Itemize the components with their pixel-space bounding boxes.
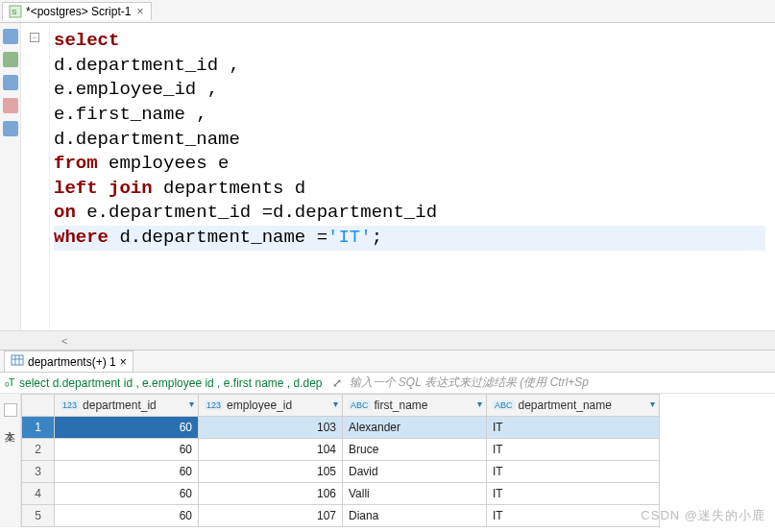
col-header-employee-id[interactable]: 123employee_id▾ [199, 395, 343, 417]
cell-employee-id[interactable]: 103 [199, 417, 343, 439]
kw-select: select [54, 30, 119, 51]
editor-tab-label: *<postgres> Script-1 [26, 5, 131, 18]
sql-line: d.department_name = [109, 227, 327, 248]
scroll-left-icon[interactable]: < [58, 335, 71, 347]
rail-icon-5[interactable] [3, 121, 18, 136]
cell-employee-id[interactable]: 107 [199, 505, 343, 527]
kw-on: on [54, 202, 76, 223]
fold-marker[interactable]: − [30, 33, 39, 42]
results-grid-wrap: 网格 文本 123department_id▾ 123employee_id▾ … [0, 394, 775, 527]
cell-first-name[interactable]: David [343, 461, 487, 483]
cell-first-name[interactable]: Alexander [343, 417, 487, 439]
sql-line: d.department_name [54, 129, 240, 150]
svg-text:S: S [12, 8, 16, 16]
table-row[interactable]: 2 60 104 Bruce IT [22, 439, 660, 461]
sql-line: d.department_id , [54, 55, 240, 76]
text-type-icon: ABC [493, 400, 515, 410]
table-row[interactable]: 1 60 103 Alexander IT [22, 417, 660, 439]
rail-icon-2[interactable] [3, 52, 18, 67]
cell-employee-id[interactable]: 106 [199, 483, 343, 505]
kw-where: where [54, 227, 109, 248]
cell-employee-id[interactable]: 104 [199, 439, 343, 461]
row-number[interactable]: 4 [22, 483, 55, 505]
results-left-rail: 网格 文本 [0, 394, 21, 527]
results-tab-label: departments(+) 1 [28, 355, 116, 369]
cell-department-id[interactable]: 60 [55, 439, 199, 461]
sql-editor[interactable]: select d.department_id , e.employee_id ,… [50, 23, 775, 330]
svg-rect-2 [12, 355, 23, 365]
rownum-header[interactable] [22, 395, 55, 417]
cell-department-id[interactable]: 60 [55, 483, 199, 505]
editor-tab[interactable]: S *<postgres> Script-1 × [2, 2, 152, 20]
sql-line: e.first_name , [54, 104, 207, 125]
sql-line: e.employee_id , [54, 79, 218, 100]
cell-department-id[interactable]: 60 [55, 505, 199, 527]
text-type-icon: ABC [349, 400, 371, 410]
expand-icon[interactable]: ⤢ [328, 376, 346, 390]
numeric-type-icon: 123 [205, 400, 223, 410]
kw-left: left [54, 178, 98, 199]
editor-tab-bar: S *<postgres> Script-1 × [0, 0, 775, 23]
grid-mode-icon[interactable] [4, 403, 17, 417]
cell-department-name[interactable]: IT [487, 417, 660, 439]
cell-department-id[interactable]: 60 [55, 417, 199, 439]
rail-icon-4[interactable] [3, 98, 18, 113]
table-row[interactable]: 3 60 105 David IT [22, 461, 660, 483]
sql-file-icon: S [9, 5, 22, 18]
editor-left-rail [0, 23, 21, 330]
col-header-first-name[interactable]: ABCfirst_name▾ [343, 395, 487, 417]
table-row[interactable]: 4 60 106 Valli IT [22, 483, 660, 505]
editor-gutter[interactable]: − [21, 23, 50, 330]
cell-employee-id[interactable]: 105 [199, 461, 343, 483]
cell-department-id[interactable]: 60 [55, 461, 199, 483]
sql-preview-icon: ₀T [0, 376, 19, 389]
sort-icon[interactable]: ▾ [333, 399, 338, 409]
sort-icon[interactable]: ▾ [650, 399, 655, 409]
cell-first-name[interactable]: Valli [343, 483, 487, 505]
cell-first-name[interactable]: Bruce [343, 439, 487, 461]
sql-line: employees e [98, 153, 230, 174]
close-icon[interactable]: × [120, 355, 127, 369]
query-preview-bar: ₀T select d.department id , e.employee i… [0, 373, 775, 394]
filter-input[interactable]: 输入一个 SQL 表达式来过滤结果 (使用 Ctrl+Sp [346, 375, 775, 391]
editor-area: − select d.department_id , e.employee_id… [0, 23, 775, 330]
query-preview-text: select d.department id , e.employee id ,… [19, 376, 328, 390]
sort-icon[interactable]: ▾ [477, 399, 482, 409]
kw-from: from [54, 153, 98, 174]
cell-department-name[interactable]: IT [487, 461, 660, 483]
header-row: 123department_id▾ 123employee_id▾ ABCfir… [22, 395, 660, 417]
row-number[interactable]: 1 [22, 417, 55, 439]
close-icon[interactable]: × [134, 5, 145, 18]
results-tab-bar: departments(+) 1 × [0, 350, 775, 373]
table-row[interactable]: 5 60 107 Diana IT [22, 505, 660, 527]
row-number[interactable]: 3 [22, 461, 55, 483]
sql-line: departments d [153, 178, 306, 199]
editor-hscrollbar[interactable]: < [0, 330, 775, 350]
sql-string: 'IT' [327, 227, 372, 248]
rail-icon-3[interactable] [3, 75, 18, 90]
results-grid[interactable]: 123department_id▾ 123employee_id▾ ABCfir… [21, 394, 660, 527]
results-tab[interactable]: departments(+) 1 × [4, 351, 133, 372]
rail-icon-1[interactable] [3, 29, 18, 44]
sql-line: e.department_id =d.department_id [76, 202, 437, 223]
sql-punct: ; [372, 227, 382, 248]
cell-department-name[interactable]: IT [487, 439, 660, 461]
col-header-department-name[interactable]: ABCdepartment_name▾ [487, 395, 660, 417]
cell-department-name[interactable]: IT [487, 483, 660, 505]
row-number[interactable]: 2 [22, 439, 55, 461]
col-header-department-id[interactable]: 123department_id▾ [55, 395, 199, 417]
kw-join: join [109, 178, 153, 199]
cell-department-name[interactable]: IT [487, 505, 660, 527]
cell-first-name[interactable]: Diana [343, 505, 487, 527]
numeric-type-icon: 123 [61, 400, 79, 410]
table-icon [11, 353, 24, 370]
sort-icon[interactable]: ▾ [189, 399, 194, 409]
row-number[interactable]: 5 [22, 505, 55, 527]
